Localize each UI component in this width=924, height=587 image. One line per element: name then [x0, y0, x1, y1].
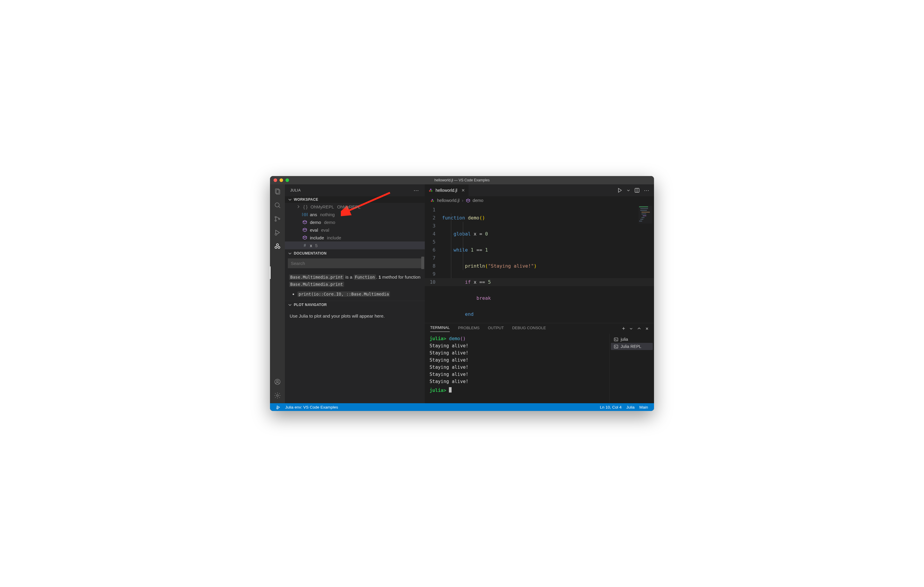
status-bar: Julia env: VS Code Examples Ln 10, Col 4… [270, 403, 654, 411]
minimap[interactable] [639, 206, 652, 224]
minimize-window-button[interactable] [279, 178, 283, 182]
tab-filename: helloworld.jl [436, 188, 457, 193]
terminal-icon [614, 337, 618, 342]
code-editor[interactable]: 12345678910 function demo() global x = 0… [425, 205, 654, 323]
workspace-item[interactable]: # x 5 [285, 242, 425, 249]
source-control-icon[interactable] [273, 215, 282, 223]
constant-icon: [◎] [302, 212, 307, 217]
workspace-item[interactable]: include include [285, 234, 425, 242]
close-window-button[interactable] [274, 178, 277, 182]
breadcrumb[interactable]: helloworld.jl › demo [425, 196, 654, 205]
svg-rect-1 [276, 189, 279, 193]
maximize-window-button[interactable] [285, 178, 289, 182]
chevron-down-icon[interactable] [627, 187, 630, 193]
section-workspace-header[interactable]: WORKSPACE [285, 196, 425, 203]
documentation-body: Base.Multimedia.print is a Function. 1 m… [285, 271, 425, 299]
status-cursor-position[interactable]: Ln 10, Col 4 [597, 405, 624, 409]
workspace-item[interactable]: demo demo [285, 218, 425, 226]
terminal-list-label: julia [620, 337, 628, 342]
workspace-item[interactable]: { } OhMyREPL OhMyREPL [285, 203, 425, 210]
julia-file-icon [428, 188, 433, 193]
editor-tab[interactable]: helloworld.jl ✕ [425, 184, 469, 196]
svg-rect-34 [614, 345, 618, 348]
workspace-item-value: 5 [315, 243, 318, 248]
workspace-item-name: include [310, 235, 324, 240]
braces-icon: { } [303, 204, 308, 209]
svg-rect-28 [642, 214, 646, 214]
svg-rect-32 [639, 220, 642, 222]
side-panel-header: JULIA ⋯ [285, 184, 425, 196]
chevron-down-icon[interactable] [629, 327, 633, 330]
terminal-list-label: Julia REPL [620, 344, 641, 349]
terminal-list-item[interactable]: julia [611, 336, 653, 343]
active-view-indicator [270, 266, 271, 279]
svg-rect-30 [642, 217, 645, 218]
line-number-gutter: 12345678910 [425, 205, 440, 323]
workspace-item-name: x [310, 243, 312, 248]
svg-rect-31 [640, 219, 643, 220]
workspace-item-value: nothing [320, 212, 335, 217]
panel-tab-output[interactable]: OUTPUT [488, 326, 504, 332]
code-content: function demo() global x = 0 while 1 == … [440, 205, 654, 323]
workspace-list: { } OhMyREPL OhMyREPL [◎] ans nothing de… [285, 203, 425, 249]
status-julia-env[interactable]: Julia env: VS Code Examples [283, 405, 340, 409]
julia-file-icon [430, 198, 435, 203]
accounts-icon[interactable] [273, 378, 282, 386]
svg-point-17 [430, 189, 431, 190]
terminal-list: julia Julia REPL [609, 334, 654, 403]
window-title: helloworld.jl — VS Code Examples [270, 178, 654, 182]
editor-more-icon[interactable]: ⋯ [644, 187, 649, 194]
svg-point-15 [429, 190, 431, 191]
svg-point-8 [275, 233, 277, 235]
plot-navigator-empty-text: Use Julia to plot and your plots will ap… [285, 308, 425, 324]
explorer-icon[interactable] [273, 187, 282, 196]
chevron-down-icon [288, 303, 292, 307]
workspace-item-value: demo [324, 220, 335, 225]
workspace-item[interactable]: [◎] ans nothing [285, 210, 425, 218]
workspace-item-value: eval [321, 227, 330, 233]
svg-point-21 [432, 200, 434, 202]
section-documentation-header[interactable]: DOCUMENTATION [285, 249, 425, 257]
status-git-branch[interactable]: Main [637, 405, 650, 409]
split-editor-icon[interactable] [634, 187, 640, 193]
julia-extension-icon[interactable] [273, 242, 282, 250]
new-terminal-icon[interactable]: + [622, 326, 625, 332]
status-debug-icon[interactable] [274, 405, 283, 409]
settings-gear-icon[interactable] [273, 391, 282, 400]
svg-rect-25 [640, 208, 648, 209]
close-panel-icon[interactable]: ✕ [645, 327, 648, 331]
run-file-icon[interactable] [617, 187, 622, 193]
svg-point-5 [275, 217, 276, 218]
terminal-list-item[interactable]: Julia REPL [611, 343, 653, 350]
side-panel-more-icon[interactable]: ⋯ [414, 187, 419, 194]
panel-tab-problems[interactable]: PROBLEMS [458, 326, 480, 332]
chevron-up-icon[interactable] [637, 327, 641, 330]
indent-guide [463, 222, 463, 270]
symbol-function-icon [466, 198, 470, 203]
editor-group: helloworld.jl ✕ ⋯ helloworld.jl › demo [425, 184, 654, 403]
svg-point-11 [278, 247, 280, 248]
terminal-prompt: julia> [429, 336, 446, 341]
workspace-item[interactable]: eval eval [285, 226, 425, 234]
workspace-item-name: eval [310, 227, 318, 233]
workspace-item-name: ans [310, 212, 317, 217]
svg-rect-24 [639, 206, 648, 207]
status-language-mode[interactable]: Julia [624, 405, 637, 409]
side-panel-title: JULIA [290, 188, 301, 192]
run-debug-icon[interactable] [273, 229, 282, 237]
search-icon[interactable] [273, 201, 282, 209]
bottom-panel: TERMINAL PROBLEMS OUTPUT DEBUG CONSOLE +… [425, 323, 654, 403]
doc-code-symbol: Base.Multimedia.print [289, 275, 344, 280]
terminal-cursor [449, 387, 452, 393]
close-tab-icon[interactable]: ✕ [461, 188, 465, 193]
panel-tab-debug[interactable]: DEBUG CONSOLE [512, 326, 546, 332]
chevron-right-icon [296, 205, 300, 209]
svg-point-16 [431, 190, 432, 191]
workspace-item-name: demo [310, 220, 321, 225]
svg-point-6 [275, 220, 276, 221]
side-panel: JULIA ⋯ WORKSPACE { } OhMyREPL OhMyREPL … [285, 184, 425, 403]
section-plot-header[interactable]: PLOT NAVIGATOR [285, 301, 425, 308]
documentation-search-input[interactable] [288, 258, 422, 268]
terminal[interactable]: julia> demo() Staying alive!Staying aliv… [425, 334, 609, 403]
panel-tab-terminal[interactable]: TERMINAL [430, 325, 450, 332]
